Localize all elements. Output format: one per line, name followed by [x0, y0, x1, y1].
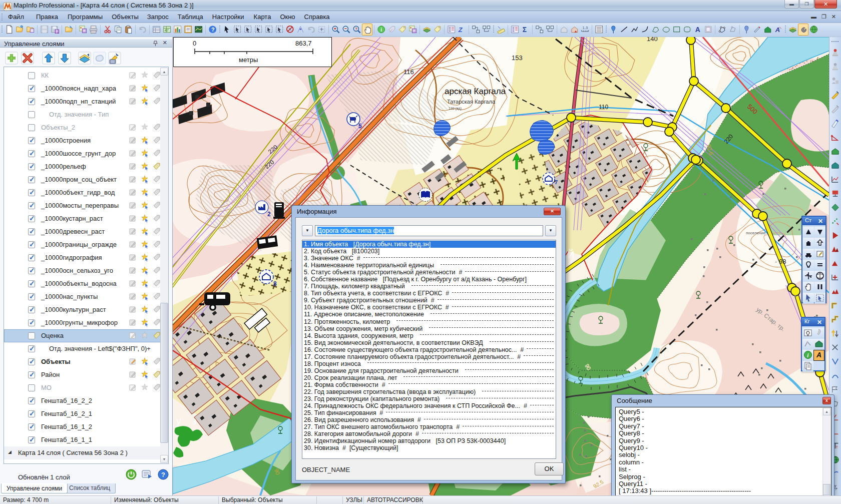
svg-text:T: T — [835, 445, 838, 449]
svg-text:7: 7 — [555, 179, 558, 185]
svg-text:i: i — [380, 27, 382, 33]
svg-text:199 (вд): 199 (вд) — [449, 107, 462, 111]
svg-text:поселение: поселение — [746, 231, 766, 235]
svg-text:Σ: Σ — [523, 26, 527, 34]
svg-text:Татарская Каргала: Татарская Каргала — [447, 99, 496, 105]
svg-text:8: 8 — [273, 280, 277, 287]
svg-text:· 98: · 98 — [775, 258, 786, 265]
svg-text:110: 110 — [599, 104, 608, 111]
svg-text:1..5: 1..5 — [583, 26, 588, 30]
svg-text:арская Каргала: арская Каргала — [445, 87, 506, 96]
svg-text:153: 153 — [512, 54, 523, 62]
svg-text:2: 2 — [267, 211, 271, 218]
svg-text:116: 116 — [403, 68, 414, 76]
svg-text:5: 5 — [358, 123, 362, 130]
svg-text:у з: у з — [176, 415, 201, 426]
svg-text:A: A — [695, 26, 700, 34]
svg-text:47: 47 — [165, 28, 169, 33]
svg-text:?: ? — [355, 27, 357, 32]
svg-text:Й: Й — [567, 249, 574, 260]
svg-text:Z: Z — [458, 26, 463, 34]
svg-text:?: ? — [161, 471, 165, 478]
svg-text:140: 140 — [647, 37, 658, 43]
svg-text:?: ? — [211, 27, 215, 33]
svg-text:A: A — [775, 26, 780, 34]
